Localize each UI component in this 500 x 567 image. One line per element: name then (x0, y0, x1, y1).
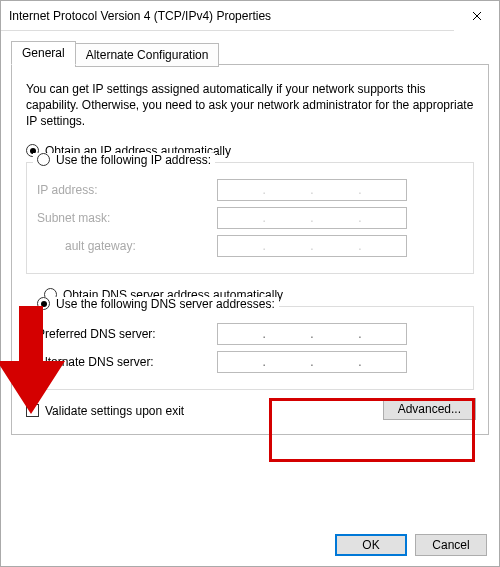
default-gateway-label: ault gateway: (37, 239, 217, 253)
default-gateway-input[interactable]: ... (217, 235, 407, 257)
alternate-dns-label: Alternate DNS server: (37, 355, 217, 369)
preferred-dns-input[interactable]: ... (217, 323, 407, 345)
description-text: You can get IP settings assigned automat… (26, 81, 474, 130)
radio-dns-manual[interactable]: Use the following DNS server addresses: (33, 297, 279, 311)
field-subnet-mask: Subnet mask: ... (37, 207, 463, 229)
ip-address-input[interactable]: ... (217, 179, 407, 201)
dialog-buttons: OK Cancel (1, 526, 499, 566)
tab-alternate-configuration[interactable]: Alternate Configuration (75, 43, 220, 67)
cancel-button[interactable]: Cancel (415, 534, 487, 556)
checkbox-icon (26, 404, 39, 417)
radio-icon (37, 297, 50, 310)
radio-ip-manual[interactable]: Use the following IP address: (33, 153, 215, 167)
field-alternate-dns: Alternate DNS server: ... (37, 351, 463, 373)
ip-manual-group: Use the following IP address: IP address… (26, 162, 474, 274)
alternate-dns-input[interactable]: ... (217, 351, 407, 373)
field-default-gateway: ault gateway: ... (37, 235, 463, 257)
dialog-content: General Alternate Configuration You can … (1, 31, 499, 526)
ipv4-properties-dialog: Internet Protocol Version 4 (TCP/IPv4) P… (0, 0, 500, 567)
advanced-button[interactable]: Advanced... (383, 398, 476, 420)
radio-ip-manual-label: Use the following IP address: (56, 153, 211, 167)
field-preferred-dns: Preferred DNS server: ... (37, 323, 463, 345)
close-button[interactable] (454, 1, 499, 31)
ok-button[interactable]: OK (335, 534, 407, 556)
titlebar: Internet Protocol Version 4 (TCP/IPv4) P… (1, 1, 499, 31)
window-title: Internet Protocol Version 4 (TCP/IPv4) P… (9, 9, 454, 23)
dns-manual-group: Use the following DNS server addresses: … (26, 306, 474, 390)
radio-icon (37, 153, 50, 166)
close-icon (472, 11, 482, 21)
radio-dns-manual-label: Use the following DNS server addresses: (56, 297, 275, 311)
tab-body-general: You can get IP settings assigned automat… (11, 64, 489, 435)
subnet-mask-input[interactable]: ... (217, 207, 407, 229)
preferred-dns-label: Preferred DNS server: (37, 327, 217, 341)
tab-general[interactable]: General (11, 41, 76, 65)
ip-address-label: IP address: (37, 183, 217, 197)
subnet-mask-label: Subnet mask: (37, 211, 217, 225)
field-ip-address: IP address: ... (37, 179, 463, 201)
tabs: General Alternate Configuration (11, 41, 489, 65)
validate-settings-label: Validate settings upon exit (45, 404, 184, 418)
